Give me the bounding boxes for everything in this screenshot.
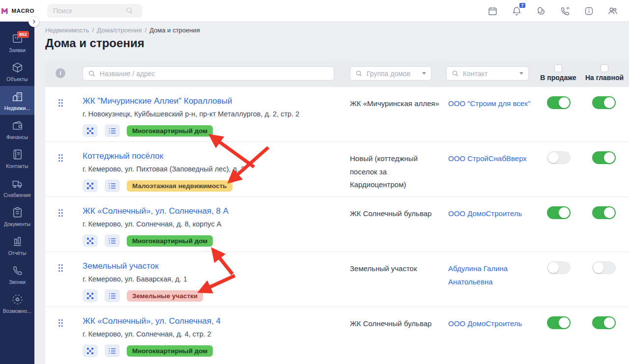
toggle-in-sale[interactable] [547,316,571,329]
name-address-search [83,66,334,81]
drag-handle-icon[interactable] [58,99,63,109]
contact-select[interactable]: Контакт [446,66,529,81]
list-view-button[interactable] [105,179,120,192]
users-icon[interactable] [607,5,618,16]
toggle-knob [559,317,570,328]
sidebar-item-label: Финансы [6,134,28,140]
houses-table-panel: i Группа домов Контакт В продаже На глав… [45,60,629,364]
topbar-icon-group: 7 [487,0,618,22]
info-icon[interactable] [583,5,594,16]
toggle-knob [604,97,615,108]
chessboard-button[interactable] [83,289,98,302]
gear-dashed-icon [11,293,24,306]
sidebar-item-finansy[interactable]: Финансы [0,115,34,144]
breadcrumb-link-doma-stroeniya[interactable]: Дома/строения [97,27,142,34]
phone-calls-icon[interactable] [559,5,570,16]
in-sale-checkbox[interactable] [554,64,562,72]
bar-chart-icon [11,235,24,248]
sidebar-item-kontakty[interactable]: Контакты [0,144,34,173]
contact-link[interactable]: ООО СтройСнабВверх [448,152,546,166]
truck-icon [11,177,24,190]
sidebar-item-zayavki[interactable]: 852 Заявки [0,28,34,57]
group-select[interactable]: Группа домов [350,66,431,81]
info-hint-icon[interactable]: i [56,68,65,78]
house-group: Новый (коттеджный поселок за Кардиоцентр… [350,152,441,192]
property-title-link[interactable]: Земельный участок [83,261,159,271]
toggle-in-sale[interactable] [547,151,571,164]
chessboard-button[interactable] [83,179,98,192]
sidebar-item-zvonki[interactable]: Звонки [0,260,34,289]
toggle-in-sale[interactable] [547,206,571,219]
calendar-icon[interactable] [487,5,498,16]
list-view-button[interactable] [105,234,120,247]
filter-in-sale: В продаже [537,64,580,82]
house-group: ЖК «Мичуринская аллея» [350,97,441,111]
property-address: г. Кемерово, ул. Солнечная, д. 4, стр. 2 [83,330,338,338]
sidebar-item-label: Заявки [9,47,26,53]
contact-link[interactable]: ООО "Строим для всех" [448,97,546,111]
cube-icon [11,61,24,74]
contact-link[interactable]: ООО ДомоСтроитель [448,317,546,331]
sidebar-item-obekty[interactable]: Объекты [0,57,34,86]
property-title-link[interactable]: ЖК «Солнечный», ул. Солнечная, 8 А [83,206,229,216]
on-main-label: На главной [585,74,624,82]
sidebar-item-snabzhenie[interactable]: Снабжение [0,173,34,202]
breadcrumb-link-nedvizhimost[interactable]: Недвижимость [45,27,89,34]
chessboard-button[interactable] [83,234,98,247]
requests-board-icon: 852 [11,32,24,45]
toggle-on-main[interactable] [592,206,616,219]
drag-handle-icon[interactable] [58,264,63,274]
chevron-right-icon [31,19,36,24]
toggle-knob [559,97,570,108]
category-tag: Малоэтажная недвижимость [127,180,232,192]
list-view-button[interactable] [105,344,120,357]
property-address: г. Кемерово, ул. Пихтовая (Заповедный ле… [83,165,338,173]
category-tag: Многоквартирный дом [127,235,213,247]
toggle-on-main[interactable] [592,96,616,109]
property-title-link[interactable]: ЖК «Солнечный», ул. Солнечная, 4 [83,316,221,326]
toggle-on-main[interactable] [592,151,616,164]
sidebar-item-label: Документы [4,221,30,227]
breadcrumb-current: Дома и строения [149,27,200,34]
toggle-on-main[interactable] [592,261,616,274]
drag-handle-icon[interactable] [58,319,63,329]
toggle-knob [548,152,559,163]
in-sale-label: В продаже [540,74,576,82]
property-title-link[interactable]: Коттеджный посёлок [83,151,163,161]
on-main-checkbox[interactable] [600,64,608,72]
chessboard-button[interactable] [83,344,98,357]
sidebar-nav: 852 Заявки Объекты Недвижи... Финансы Ко… [0,22,34,364]
toggle-knob [604,317,615,328]
toggle-in-sale[interactable] [547,261,571,274]
sidebar-item-otchety[interactable]: Отчёты [0,231,34,260]
sidebar-item-dokumenty[interactable]: Документы [0,202,34,231]
name-address-search-input[interactable] [100,70,329,78]
chessboard-button[interactable] [83,124,98,137]
list-view-button[interactable] [105,124,120,137]
macro-logo-icon [0,6,9,15]
sidebar-collapse-button[interactable] [29,16,39,27]
toggle-knob [559,207,570,218]
sidebar-item-nedvizhimost[interactable]: Недвижи... [0,86,34,115]
contact-link[interactable]: ООО ДомоСтроитель [448,207,546,221]
search-icon [88,70,96,78]
notifications-bell-icon[interactable]: 7 [511,5,522,16]
drag-handle-icon[interactable] [58,209,63,219]
table-row: ЖК «Солнечный», ул. Солнечная, 4 г. Кеме… [45,307,629,362]
list-view-button[interactable] [105,289,120,302]
toggle-in-sale[interactable] [547,96,571,109]
app-logo[interactable]: MACRO [0,6,34,15]
toggle-on-main[interactable] [592,316,616,329]
top-bar: MACRO 7 [0,0,629,22]
drag-handle-icon[interactable] [58,154,63,164]
filter-on-main: На главной [582,64,627,82]
table-row: Коттеджный посёлок г. Кемерово, ул. Пихт… [45,141,629,196]
sidebar-item-label: Возможно... [3,308,31,314]
table-row: ЖК «Солнечный», ул. Солнечная, 8 А г. Ке… [45,196,629,252]
toggle-knob [548,262,559,273]
property-title-link[interactable]: ЖК "Мичуринские Аллеи" Коралловый [83,96,232,106]
global-search-input[interactable] [47,4,143,18]
chat-icon[interactable] [535,5,546,16]
sidebar-item-vozmozhnosti[interactable]: Возможно... [0,289,34,318]
contact-link[interactable]: Абдулина Галина Анатольевна [448,262,546,288]
